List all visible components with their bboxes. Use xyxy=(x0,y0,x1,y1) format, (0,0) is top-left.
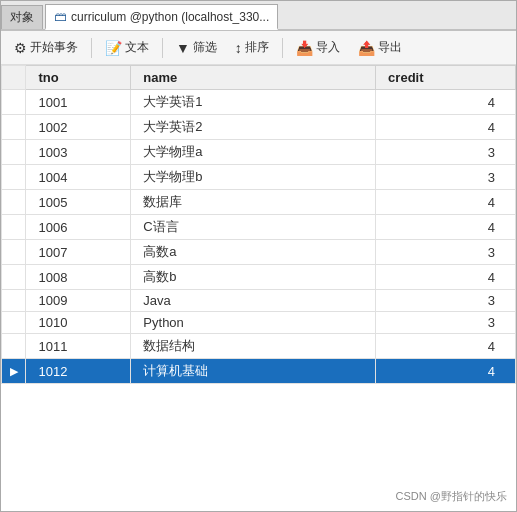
begin-transaction-label: 开始事务 xyxy=(30,39,78,56)
col-header-credit[interactable]: credit xyxy=(376,66,516,90)
cell-name: C语言 xyxy=(131,215,376,240)
text-icon: 📝 xyxy=(105,40,122,56)
cell-name: 大学物理b xyxy=(131,165,376,190)
cell-credit: 4 xyxy=(376,359,516,384)
toolbar: ⚙ 开始事务 📝 文本 ▼ 筛选 ↕ 排序 📥 导入 📤 导出 xyxy=(1,31,516,65)
row-indicator: ▶ xyxy=(2,359,26,384)
cell-credit: 3 xyxy=(376,290,516,312)
separator-2 xyxy=(162,38,163,58)
table-row[interactable]: 1001大学英语14 xyxy=(2,90,516,115)
cell-credit: 3 xyxy=(376,240,516,265)
import-button[interactable]: 📥 导入 xyxy=(289,35,347,61)
table-container: tno name credit 1001大学英语141002大学英语241003… xyxy=(1,65,516,511)
cell-name: 大学英语1 xyxy=(131,90,376,115)
table-row[interactable]: 1004大学物理b3 xyxy=(2,165,516,190)
cell-tno: 1004 xyxy=(26,165,131,190)
cell-credit: 3 xyxy=(376,165,516,190)
row-indicator xyxy=(2,140,26,165)
cell-tno: 1008 xyxy=(26,265,131,290)
cell-credit: 4 xyxy=(376,215,516,240)
table-row[interactable]: 1008高数b4 xyxy=(2,265,516,290)
watermark-text: CSDN @野指针的快乐 xyxy=(396,490,507,502)
table-body: 1001大学英语141002大学英语241003大学物理a31004大学物理b3… xyxy=(2,90,516,384)
objects-tab-label: 对象 xyxy=(10,9,34,26)
filter-label: 筛选 xyxy=(193,39,217,56)
cell-credit: 4 xyxy=(376,90,516,115)
table-row[interactable]: 1010Python3 xyxy=(2,312,516,334)
row-indicator xyxy=(2,312,26,334)
text-label: 文本 xyxy=(125,39,149,56)
cell-tno: 1009 xyxy=(26,290,131,312)
table-row[interactable]: 1002大学英语24 xyxy=(2,115,516,140)
table-row[interactable]: 1005数据库4 xyxy=(2,190,516,215)
filter-button[interactable]: ▼ 筛选 xyxy=(169,35,224,61)
cell-tno: 1005 xyxy=(26,190,131,215)
table-row[interactable]: 1003大学物理a3 xyxy=(2,140,516,165)
import-icon: 📥 xyxy=(296,40,313,56)
cell-name: 高数b xyxy=(131,265,376,290)
table-header-row: tno name credit xyxy=(2,66,516,90)
table-row[interactable]: 1009Java3 xyxy=(2,290,516,312)
cell-credit: 3 xyxy=(376,140,516,165)
cell-credit: 4 xyxy=(376,115,516,140)
cell-credit: 3 xyxy=(376,312,516,334)
cell-tno: 1001 xyxy=(26,90,131,115)
col-header-name[interactable]: name xyxy=(131,66,376,90)
cell-tno: 1006 xyxy=(26,215,131,240)
row-indicator xyxy=(2,190,26,215)
tab-objects[interactable]: 对象 xyxy=(1,5,43,29)
cell-tno: 1010 xyxy=(26,312,131,334)
table-icon: 🗃 xyxy=(54,9,67,24)
indicator-header xyxy=(2,66,26,90)
separator-1 xyxy=(91,38,92,58)
curriculum-tab-label: curriculum @python (localhost_330... xyxy=(71,10,269,24)
table-row[interactable]: 1006C语言4 xyxy=(2,215,516,240)
row-indicator xyxy=(2,165,26,190)
cell-name: 数据库 xyxy=(131,190,376,215)
cell-name: 大学英语2 xyxy=(131,115,376,140)
sort-button[interactable]: ↕ 排序 xyxy=(228,35,276,61)
row-indicator xyxy=(2,265,26,290)
tab-curriculum[interactable]: 🗃 curriculum @python (localhost_330... xyxy=(45,4,278,30)
cell-tno: 1011 xyxy=(26,334,131,359)
cell-tno: 1002 xyxy=(26,115,131,140)
watermark: CSDN @野指针的快乐 xyxy=(396,489,507,504)
cell-name: 数据结构 xyxy=(131,334,376,359)
export-icon: 📤 xyxy=(358,40,375,56)
table-row[interactable]: ▶1012计算机基础4 xyxy=(2,359,516,384)
export-label: 导出 xyxy=(378,39,402,56)
filter-icon: ▼ xyxy=(176,40,190,56)
row-indicator xyxy=(2,290,26,312)
row-indicator xyxy=(2,115,26,140)
begin-transaction-icon: ⚙ xyxy=(14,40,27,56)
cell-credit: 4 xyxy=(376,265,516,290)
main-window: 对象 🗃 curriculum @python (localhost_330..… xyxy=(0,0,517,512)
export-button[interactable]: 📤 导出 xyxy=(351,35,409,61)
row-indicator xyxy=(2,90,26,115)
cell-name: Java xyxy=(131,290,376,312)
table-row[interactable]: 1007高数a3 xyxy=(2,240,516,265)
table-row[interactable]: 1011数据结构4 xyxy=(2,334,516,359)
import-label: 导入 xyxy=(316,39,340,56)
cell-credit: 4 xyxy=(376,334,516,359)
cell-name: 高数a xyxy=(131,240,376,265)
separator-3 xyxy=(282,38,283,58)
cell-name: Python xyxy=(131,312,376,334)
row-indicator xyxy=(2,334,26,359)
cell-tno: 1007 xyxy=(26,240,131,265)
sort-label: 排序 xyxy=(245,39,269,56)
text-button[interactable]: 📝 文本 xyxy=(98,35,156,61)
tab-bar: 对象 🗃 curriculum @python (localhost_330..… xyxy=(1,1,516,31)
col-header-tno[interactable]: tno xyxy=(26,66,131,90)
row-indicator xyxy=(2,215,26,240)
row-indicator xyxy=(2,240,26,265)
cell-credit: 4 xyxy=(376,190,516,215)
begin-transaction-button[interactable]: ⚙ 开始事务 xyxy=(7,35,85,61)
cell-tno: 1012 xyxy=(26,359,131,384)
cell-name: 计算机基础 xyxy=(131,359,376,384)
cell-tno: 1003 xyxy=(26,140,131,165)
cell-name: 大学物理a xyxy=(131,140,376,165)
data-table: tno name credit 1001大学英语141002大学英语241003… xyxy=(1,65,516,384)
sort-icon: ↕ xyxy=(235,40,242,56)
